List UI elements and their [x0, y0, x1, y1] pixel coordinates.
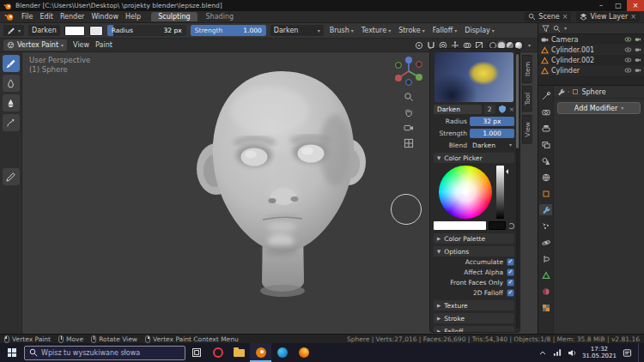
task-view-button[interactable]: [185, 343, 207, 362]
tab-output-properties[interactable]: [539, 123, 552, 134]
brush-datablock-selector[interactable]: Darken: [28, 25, 60, 36]
tab-render-properties[interactable]: [539, 106, 552, 118]
network-icon[interactable]: [553, 348, 562, 357]
outliner-row-camera[interactable]: Camera: [538, 34, 644, 45]
accumulate-checkbox[interactable]: ✓: [507, 258, 514, 266]
outliner-display-mode-chevron-icon[interactable]: ▾: [564, 26, 567, 31]
popover-brush[interactable]: Brush▾: [328, 27, 355, 34]
menu-window[interactable]: Window: [91, 13, 118, 21]
taskbar-search-box[interactable]: [24, 346, 185, 360]
panel-blend-dropdown[interactable]: Darken ▾: [470, 141, 514, 150]
affect-alpha-checkbox[interactable]: ✓: [507, 268, 514, 276]
render-visibility-icon[interactable]: [635, 67, 641, 74]
tab-tool-properties[interactable]: [539, 90, 552, 101]
outliner-row-cylinder-002[interactable]: Cylinder.002: [538, 55, 644, 65]
value-slider-bar[interactable]: [496, 166, 504, 219]
render-visibility-icon[interactable]: [635, 36, 641, 43]
blender-logo-icon[interactable]: [4, 12, 15, 21]
maximize-button[interactable]: □: [610, 0, 627, 11]
active-color-swatch[interactable]: [434, 221, 486, 230]
panel-radius-slider[interactable]: 32 px: [470, 117, 514, 126]
falloff-section-header[interactable]: ▶ Falloff: [434, 326, 514, 333]
camera-view-icon[interactable]: [404, 123, 414, 133]
pivot-point-icon[interactable]: [415, 41, 423, 50]
scene-unlink-icon[interactable]: ×: [562, 13, 568, 21]
tab-scene-properties[interactable]: [539, 155, 552, 166]
taskbar-edge-button[interactable]: [271, 343, 293, 362]
viewport-menu-view[interactable]: View: [73, 41, 89, 49]
radius-slider[interactable]: Radius 32 px: [107, 25, 186, 36]
workspace-tab-sculpting[interactable]: Sculpting: [151, 12, 197, 21]
tab-view-layer-properties[interactable]: [539, 139, 552, 150]
mode-dropdown[interactable]: Vertex Paint ▾: [3, 39, 67, 51]
tab-material-properties[interactable]: [539, 286, 552, 297]
tab-modifier-properties[interactable]: [539, 204, 552, 215]
eye-visibility-icon[interactable]: [624, 36, 632, 43]
tab-world-properties[interactable]: [539, 172, 552, 183]
menu-file[interactable]: File: [21, 13, 33, 21]
secondary-color-swatch[interactable]: [89, 26, 103, 36]
view-layer-selector[interactable]: View Layer ×: [576, 12, 640, 21]
zoom-icon[interactable]: [404, 92, 414, 102]
popover-texture[interactable]: Texture▾: [360, 27, 392, 34]
taskbar-file-explorer-button[interactable]: [228, 343, 250, 362]
taskbar-search-input[interactable]: [41, 349, 180, 357]
color-picker-section-header[interactable]: ▼ Color Picker: [434, 153, 514, 163]
outliner-row-cylinder-001[interactable]: Cylinder.001: [538, 45, 644, 55]
sidebar-tab-item[interactable]: Item: [522, 55, 532, 83]
tab-object-data-properties[interactable]: [539, 269, 552, 281]
primary-color-swatch[interactable]: [64, 26, 85, 36]
options-section-header[interactable]: ▼ Options: [434, 246, 514, 256]
strength-slider[interactable]: Strength 1.000: [191, 25, 266, 36]
brush-preview-image[interactable]: [434, 52, 513, 102]
shading-options-chevron-icon[interactable]: ▾: [528, 43, 531, 48]
swap-colors-icon[interactable]: [508, 223, 514, 229]
outliner-row-cylinder[interactable]: Cylinder: [538, 65, 644, 75]
texture-section-header[interactable]: ▶ Texture: [434, 300, 514, 311]
brush-users-count-button[interactable]: 2: [484, 105, 495, 114]
tool-average-button[interactable]: [3, 94, 20, 112]
filter-funnel-icon[interactable]: [542, 25, 550, 33]
tab-texture-properties[interactable]: [539, 302, 552, 313]
eye-visibility-icon[interactable]: [624, 46, 632, 53]
navigation-gizmo[interactable]: [392, 54, 426, 88]
show-desktop-button[interactable]: [638, 343, 641, 362]
tool-blur-button[interactable]: [3, 75, 20, 92]
popover-stroke[interactable]: Stroke▾: [397, 27, 427, 34]
tool-draw-button[interactable]: [3, 55, 20, 72]
tab-constraint-properties[interactable]: [539, 253, 552, 264]
fake-user-shield-icon[interactable]: [498, 105, 507, 113]
tray-chevron-up-icon[interactable]: [538, 349, 547, 357]
popover-falloff[interactable]: Falloff▾: [431, 27, 459, 34]
view-layer-unlink-icon[interactable]: ×: [630, 13, 636, 21]
active-tool-dropdown[interactable]: ▾: [3, 25, 24, 36]
ortho-grid-icon[interactable]: [404, 138, 414, 148]
action-center-icon[interactable]: [623, 348, 632, 358]
panel-scrollbar-thumb[interactable]: [516, 54, 519, 148]
viewport-menu-paint[interactable]: Paint: [95, 41, 112, 49]
workspace-tab-shading[interactable]: Shading: [199, 12, 241, 21]
search-icon[interactable]: [553, 25, 561, 33]
tab-particle-properties[interactable]: [539, 220, 552, 232]
panel-strength-slider[interactable]: 1.000: [470, 129, 514, 138]
menu-render[interactable]: Render: [60, 13, 84, 21]
render-visibility-icon[interactable]: [635, 57, 641, 63]
pan-hand-icon[interactable]: [404, 107, 414, 118]
taskbar-blender-button[interactable]: [250, 343, 271, 362]
front-faces-checkbox[interactable]: ✓: [507, 279, 514, 287]
blend-mode-dropdown[interactable]: Darken ▾: [270, 25, 324, 36]
tab-object-properties[interactable]: [539, 188, 552, 199]
volume-icon[interactable]: [568, 348, 576, 357]
add-modifier-button[interactable]: Add Modifier ▾: [557, 102, 641, 114]
tool-annotate-button[interactable]: [3, 168, 20, 185]
tab-physics-properties[interactable]: [539, 237, 552, 248]
falloff-2d-checkbox[interactable]: ✓: [507, 289, 514, 297]
eye-visibility-icon[interactable]: [624, 57, 632, 63]
sidebar-tab-tool[interactable]: Tool: [522, 86, 532, 112]
minimize-button[interactable]: –: [592, 0, 610, 11]
start-button[interactable]: [0, 343, 23, 362]
sidebar-tab-view[interactable]: View: [522, 115, 532, 144]
window-titlebar[interactable]: Blender [C:\Users\User\Desktop\ \projekt…: [0, 0, 644, 11]
render-visibility-icon[interactable]: [635, 46, 641, 53]
taskbar-clock[interactable]: 17:32 31.05.2021: [582, 346, 617, 359]
